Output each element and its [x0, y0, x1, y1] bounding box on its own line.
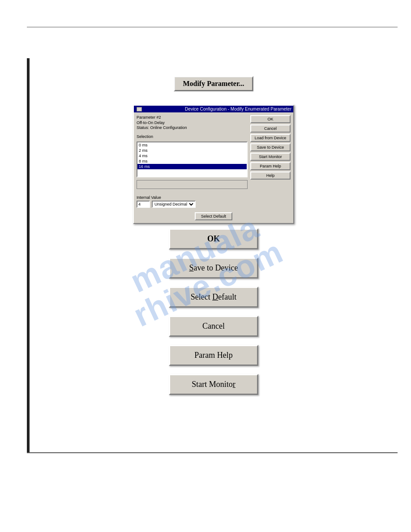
dialog-select-default-button[interactable]: Select Default — [195, 212, 232, 220]
select-default-label: Select Default — [191, 292, 236, 301]
text-input-area[interactable] — [137, 180, 248, 189]
dialog-titlebar: - Device Configuration - Modify Enumerat… — [134, 106, 293, 112]
selection-listbox[interactable]: 0 ms 2 ms 4 ms 8 ms 16 ms — [137, 142, 248, 177]
dialog-footer: Select Default — [134, 210, 293, 223]
dialog-right-panel: OK Cancel Load from Device Save to Devic… — [250, 115, 291, 208]
dialog-cancel-button[interactable]: Cancel — [250, 124, 291, 133]
dialog-load-from-device-button[interactable]: Load from Device — [250, 134, 291, 142]
cancel-large-button[interactable]: Cancel — [169, 316, 258, 337]
bottom-rule — [27, 452, 398, 453]
param-line1: Parameter #2 — [137, 115, 248, 120]
param-line3: Status: Online Configuration — [137, 125, 248, 131]
dialog-title: Device Configuration - Modify Enumerated… — [185, 107, 291, 112]
dialog-left-panel: Parameter #2 Off-to-On Delay Status: Onl… — [137, 115, 248, 208]
dialog-body: Parameter #2 Off-to-On Delay Status: Onl… — [134, 112, 293, 210]
internal-type-select[interactable]: Unsigned Decimal — [152, 201, 196, 208]
select-default-large-button[interactable]: Select Default — [169, 287, 258, 308]
modify-parameter-button[interactable]: Modify Parameter... — [174, 76, 253, 91]
minimize-icon[interactable]: - — [137, 107, 142, 112]
ok-large-button[interactable]: OK — [169, 228, 258, 249]
dialog-help-button[interactable]: Help — [250, 172, 291, 180]
dialog-start-monitor-button[interactable]: Start Monitor — [250, 153, 291, 161]
internal-value-row: Unsigned Decimal — [137, 201, 248, 208]
param-line2: Off-to-On Delay — [137, 120, 248, 126]
param-info: Parameter #2 Off-to-On Delay Status: Onl… — [137, 115, 248, 131]
top-rule — [27, 27, 398, 27]
start-monitor-label: Start Monitor — [192, 380, 235, 389]
save-label-s: Save to Device — [189, 263, 238, 272]
list-item-selected[interactable]: 16 ms — [137, 164, 247, 169]
dialog-param-help-button[interactable]: Param Help — [250, 162, 291, 170]
internal-value-section: Internal Value Unsigned Decimal — [137, 193, 248, 208]
start-monitor-large-button[interactable]: Start Monitor — [169, 374, 258, 395]
large-buttons-area: OK Save to Device Select Default Cancel … — [30, 228, 398, 403]
save-to-device-large-button[interactable]: Save to Device — [169, 257, 258, 279]
param-help-large-button[interactable]: Param Help — [169, 345, 258, 366]
dialog-ok-button[interactable]: OK — [250, 115, 291, 123]
content-area: Modify Parameter... - Device Configurati… — [30, 58, 398, 452]
dialog-save-to-device-button[interactable]: Save to Device — [250, 143, 291, 151]
selection-label: Selection — [137, 134, 248, 139]
list-item[interactable]: 8 ms — [137, 159, 247, 164]
internal-value-input[interactable] — [137, 201, 150, 208]
list-item[interactable]: 4 ms — [137, 153, 247, 159]
internal-value-label: Internal Value — [137, 195, 248, 200]
dialog-window: - Device Configuration - Modify Enumerat… — [133, 105, 294, 224]
list-item[interactable]: 2 ms — [137, 148, 247, 153]
list-item[interactable]: 0 ms — [137, 142, 247, 148]
